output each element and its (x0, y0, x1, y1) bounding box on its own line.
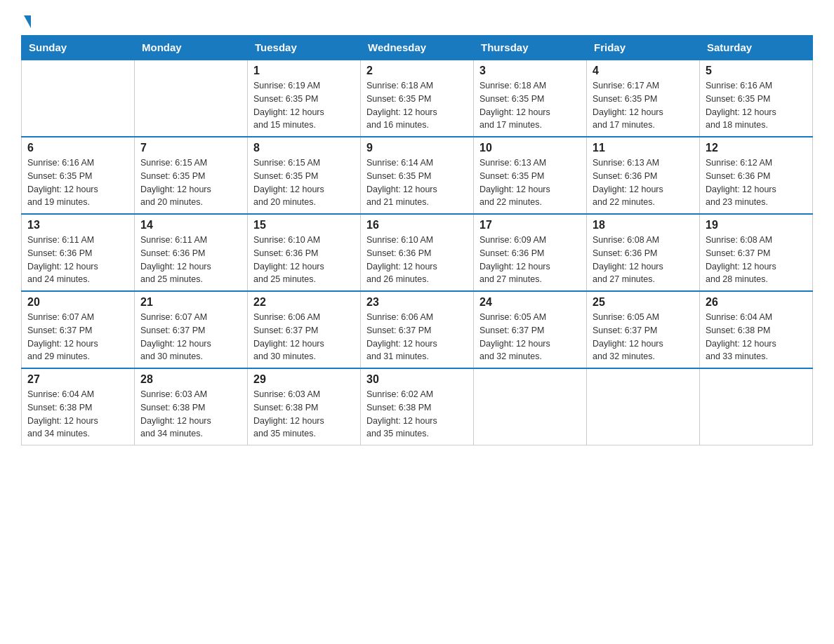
week-row-5: 27Sunrise: 6:04 AM Sunset: 6:38 PM Dayli… (22, 368, 813, 445)
day-info: Sunrise: 6:08 AM Sunset: 6:36 PM Dayligh… (593, 234, 694, 286)
day-number: 14 (140, 219, 241, 232)
day-number: 12 (706, 142, 807, 154)
calendar-cell (587, 368, 700, 445)
day-info: Sunrise: 6:09 AM Sunset: 6:36 PM Dayligh… (479, 234, 581, 286)
day-info: Sunrise: 6:10 AM Sunset: 6:36 PM Dayligh… (366, 234, 468, 286)
weekday-header-sunday: Sunday (22, 36, 135, 60)
calendar-cell: 9Sunrise: 6:14 AM Sunset: 6:35 PM Daylig… (361, 137, 474, 214)
calendar-cell: 15Sunrise: 6:10 AM Sunset: 6:36 PM Dayli… (248, 214, 361, 291)
calendar-table: SundayMondayTuesdayWednesdayThursdayFrid… (21, 35, 813, 445)
calendar-cell: 14Sunrise: 6:11 AM Sunset: 6:36 PM Dayli… (135, 214, 248, 291)
day-number: 2 (366, 65, 468, 77)
day-info: Sunrise: 6:13 AM Sunset: 6:35 PM Dayligh… (479, 156, 581, 209)
calendar-cell: 18Sunrise: 6:08 AM Sunset: 6:36 PM Dayli… (587, 214, 700, 291)
day-number: 15 (253, 219, 355, 232)
day-number: 30 (366, 373, 468, 386)
day-info: Sunrise: 6:15 AM Sunset: 6:35 PM Dayligh… (253, 156, 355, 209)
weekday-header-friday: Friday (587, 36, 700, 60)
day-number: 24 (479, 296, 581, 309)
day-info: Sunrise: 6:15 AM Sunset: 6:35 PM Dayligh… (140, 156, 241, 209)
calendar-cell: 29Sunrise: 6:03 AM Sunset: 6:38 PM Dayli… (248, 368, 361, 445)
weekday-header-monday: Monday (135, 36, 248, 60)
calendar-cell: 30Sunrise: 6:02 AM Sunset: 6:38 PM Dayli… (361, 368, 474, 445)
day-info: Sunrise: 6:16 AM Sunset: 6:35 PM Dayligh… (27, 156, 128, 209)
day-number: 13 (27, 219, 128, 232)
day-info: Sunrise: 6:02 AM Sunset: 6:38 PM Dayligh… (366, 388, 468, 441)
week-row-3: 13Sunrise: 6:11 AM Sunset: 6:36 PM Dayli… (22, 214, 813, 291)
weekday-header-saturday: Saturday (700, 36, 813, 60)
day-info: Sunrise: 6:05 AM Sunset: 6:37 PM Dayligh… (593, 311, 694, 363)
day-number: 25 (593, 296, 694, 309)
week-row-1: 1Sunrise: 6:19 AM Sunset: 6:35 PM Daylig… (22, 60, 813, 137)
calendar-cell: 1Sunrise: 6:19 AM Sunset: 6:35 PM Daylig… (248, 60, 361, 137)
day-number: 22 (253, 296, 355, 309)
page-header (21, 14, 813, 28)
day-info: Sunrise: 6:04 AM Sunset: 6:38 PM Dayligh… (27, 388, 128, 441)
weekday-header-wednesday: Wednesday (361, 36, 474, 60)
day-info: Sunrise: 6:12 AM Sunset: 6:36 PM Dayligh… (706, 156, 807, 209)
day-info: Sunrise: 6:06 AM Sunset: 6:37 PM Dayligh… (253, 311, 355, 363)
day-number: 10 (479, 142, 581, 154)
calendar-cell: 21Sunrise: 6:07 AM Sunset: 6:37 PM Dayli… (135, 291, 248, 368)
day-number: 20 (27, 296, 128, 309)
calendar-cell: 4Sunrise: 6:17 AM Sunset: 6:35 PM Daylig… (587, 60, 700, 137)
calendar-cell: 8Sunrise: 6:15 AM Sunset: 6:35 PM Daylig… (248, 137, 361, 214)
calendar-cell (700, 368, 813, 445)
calendar-cell: 5Sunrise: 6:16 AM Sunset: 6:35 PM Daylig… (700, 60, 813, 137)
day-number: 16 (366, 219, 468, 232)
day-info: Sunrise: 6:18 AM Sunset: 6:35 PM Dayligh… (366, 79, 468, 132)
calendar-cell (135, 60, 248, 137)
day-number: 21 (140, 296, 241, 309)
day-info: Sunrise: 6:03 AM Sunset: 6:38 PM Dayligh… (253, 388, 355, 441)
logo-triangle-icon (24, 15, 31, 28)
calendar-cell: 25Sunrise: 6:05 AM Sunset: 6:37 PM Dayli… (587, 291, 700, 368)
calendar-cell: 13Sunrise: 6:11 AM Sunset: 6:36 PM Dayli… (22, 214, 135, 291)
calendar-cell: 7Sunrise: 6:15 AM Sunset: 6:35 PM Daylig… (135, 137, 248, 214)
calendar-cell: 24Sunrise: 6:05 AM Sunset: 6:37 PM Dayli… (474, 291, 587, 368)
calendar-cell: 12Sunrise: 6:12 AM Sunset: 6:36 PM Dayli… (700, 137, 813, 214)
day-number: 9 (366, 142, 468, 154)
day-info: Sunrise: 6:13 AM Sunset: 6:36 PM Dayligh… (593, 156, 694, 209)
calendar-cell: 10Sunrise: 6:13 AM Sunset: 6:35 PM Dayli… (474, 137, 587, 214)
calendar-cell: 27Sunrise: 6:04 AM Sunset: 6:38 PM Dayli… (22, 368, 135, 445)
weekday-header-row: SundayMondayTuesdayWednesdayThursdayFrid… (22, 36, 813, 60)
calendar-cell (474, 368, 587, 445)
week-row-2: 6Sunrise: 6:16 AM Sunset: 6:35 PM Daylig… (22, 137, 813, 214)
calendar-cell: 19Sunrise: 6:08 AM Sunset: 6:37 PM Dayli… (700, 214, 813, 291)
day-info: Sunrise: 6:11 AM Sunset: 6:36 PM Dayligh… (140, 234, 241, 286)
calendar-cell: 11Sunrise: 6:13 AM Sunset: 6:36 PM Dayli… (587, 137, 700, 214)
day-info: Sunrise: 6:07 AM Sunset: 6:37 PM Dayligh… (27, 311, 128, 363)
day-info: Sunrise: 6:14 AM Sunset: 6:35 PM Dayligh… (366, 156, 468, 209)
day-number: 4 (593, 65, 694, 77)
week-row-4: 20Sunrise: 6:07 AM Sunset: 6:37 PM Dayli… (22, 291, 813, 368)
day-number: 19 (706, 219, 807, 232)
calendar-cell: 28Sunrise: 6:03 AM Sunset: 6:38 PM Dayli… (135, 368, 248, 445)
day-number: 6 (27, 142, 128, 154)
day-info: Sunrise: 6:10 AM Sunset: 6:36 PM Dayligh… (253, 234, 355, 286)
day-number: 1 (253, 65, 355, 77)
day-info: Sunrise: 6:11 AM Sunset: 6:36 PM Dayligh… (27, 234, 128, 286)
day-number: 17 (479, 219, 581, 232)
day-info: Sunrise: 6:07 AM Sunset: 6:37 PM Dayligh… (140, 311, 241, 363)
calendar-cell: 26Sunrise: 6:04 AM Sunset: 6:38 PM Dayli… (700, 291, 813, 368)
day-info: Sunrise: 6:03 AM Sunset: 6:38 PM Dayligh… (140, 388, 241, 441)
weekday-header-thursday: Thursday (474, 36, 587, 60)
day-number: 3 (479, 65, 581, 77)
day-number: 5 (706, 65, 807, 77)
day-info: Sunrise: 6:18 AM Sunset: 6:35 PM Dayligh… (479, 79, 581, 132)
weekday-header-tuesday: Tuesday (248, 36, 361, 60)
calendar-cell: 23Sunrise: 6:06 AM Sunset: 6:37 PM Dayli… (361, 291, 474, 368)
day-number: 27 (27, 373, 128, 386)
calendar-cell: 22Sunrise: 6:06 AM Sunset: 6:37 PM Dayli… (248, 291, 361, 368)
day-info: Sunrise: 6:08 AM Sunset: 6:37 PM Dayligh… (706, 234, 807, 286)
calendar-cell: 17Sunrise: 6:09 AM Sunset: 6:36 PM Dayli… (474, 214, 587, 291)
day-number: 7 (140, 142, 241, 154)
day-number: 11 (593, 142, 694, 154)
day-info: Sunrise: 6:06 AM Sunset: 6:37 PM Dayligh… (366, 311, 468, 363)
day-info: Sunrise: 6:19 AM Sunset: 6:35 PM Dayligh… (253, 79, 355, 132)
day-info: Sunrise: 6:16 AM Sunset: 6:35 PM Dayligh… (706, 79, 807, 132)
calendar-cell: 20Sunrise: 6:07 AM Sunset: 6:37 PM Dayli… (22, 291, 135, 368)
day-info: Sunrise: 6:04 AM Sunset: 6:38 PM Dayligh… (706, 311, 807, 363)
day-number: 29 (253, 373, 355, 386)
calendar-cell: 6Sunrise: 6:16 AM Sunset: 6:35 PM Daylig… (22, 137, 135, 214)
